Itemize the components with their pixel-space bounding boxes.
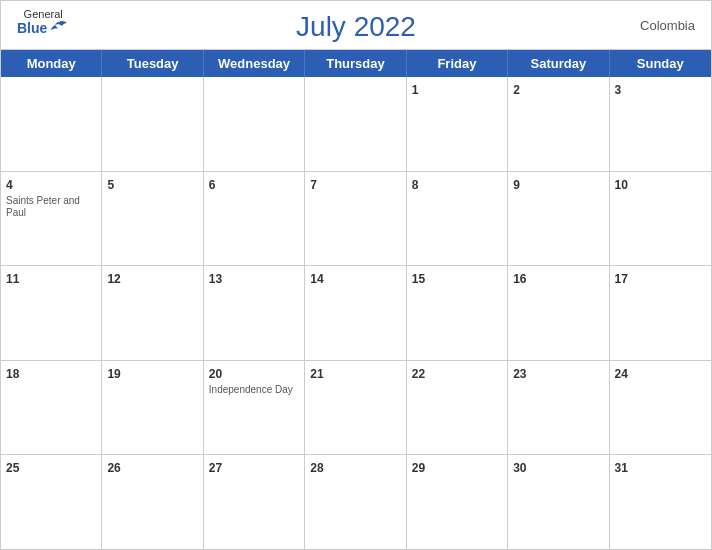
logo-area: General Blue bbox=[17, 9, 69, 36]
day-cell bbox=[305, 77, 406, 171]
day-cell: 20 Independence Day bbox=[204, 361, 305, 455]
day-cell: 16 bbox=[508, 266, 609, 360]
weekday-wednesday: Wednesday bbox=[204, 50, 305, 77]
day-cell: 7 bbox=[305, 172, 406, 266]
week-row-2: 4 Saints Peter and Paul 5 6 7 8 9 10 bbox=[1, 172, 711, 267]
day-cell: 12 bbox=[102, 266, 203, 360]
day-cell: 10 bbox=[610, 172, 711, 266]
day-cell: 1 bbox=[407, 77, 508, 171]
weekday-thursday: Thursday bbox=[305, 50, 406, 77]
day-cell: 26 bbox=[102, 455, 203, 549]
day-cell: 22 bbox=[407, 361, 508, 455]
day-cell: 23 bbox=[508, 361, 609, 455]
day-cell bbox=[204, 77, 305, 171]
calendar-header: General Blue July 2022 Colombia bbox=[1, 1, 711, 49]
country-label: Colombia bbox=[640, 18, 695, 33]
logo-general: General bbox=[24, 9, 63, 20]
weekday-monday: Monday bbox=[1, 50, 102, 77]
weekday-sunday: Sunday bbox=[610, 50, 711, 77]
day-cell: 30 bbox=[508, 455, 609, 549]
week-row-4: 18 19 20 Independence Day 21 22 23 24 bbox=[1, 361, 711, 456]
day-cell: 24 bbox=[610, 361, 711, 455]
day-cell: 15 bbox=[407, 266, 508, 360]
day-cell: 17 bbox=[610, 266, 711, 360]
weekday-friday: Friday bbox=[407, 50, 508, 77]
weekday-saturday: Saturday bbox=[508, 50, 609, 77]
week-row-3: 11 12 13 14 15 16 17 bbox=[1, 266, 711, 361]
week-row-1: 1 2 3 bbox=[1, 77, 711, 172]
logo-bird-icon bbox=[49, 20, 69, 36]
day-cell: 9 bbox=[508, 172, 609, 266]
week-row-5: 25 26 27 28 29 30 31 bbox=[1, 455, 711, 549]
day-cell: 11 bbox=[1, 266, 102, 360]
month-title: July 2022 bbox=[296, 11, 416, 43]
day-cell: 14 bbox=[305, 266, 406, 360]
weeks-container: 1 2 3 4 Saints Peter and Paul 5 6 7 8 9 … bbox=[1, 77, 711, 549]
day-cell: 31 bbox=[610, 455, 711, 549]
day-cell: 28 bbox=[305, 455, 406, 549]
calendar-grid: Monday Tuesday Wednesday Thursday Friday… bbox=[1, 49, 711, 549]
day-cell: 6 bbox=[204, 172, 305, 266]
day-cell: 13 bbox=[204, 266, 305, 360]
day-cell bbox=[102, 77, 203, 171]
day-cell: 3 bbox=[610, 77, 711, 171]
day-cell: 29 bbox=[407, 455, 508, 549]
day-cell: 8 bbox=[407, 172, 508, 266]
day-cell: 2 bbox=[508, 77, 609, 171]
day-cell: 18 bbox=[1, 361, 102, 455]
calendar-container: General Blue July 2022 Colombia Monday T… bbox=[0, 0, 712, 550]
day-cell: 25 bbox=[1, 455, 102, 549]
day-cell: 5 bbox=[102, 172, 203, 266]
day-cell: 27 bbox=[204, 455, 305, 549]
day-cell bbox=[1, 77, 102, 171]
day-cell: 19 bbox=[102, 361, 203, 455]
weekday-tuesday: Tuesday bbox=[102, 50, 203, 77]
day-cell: 4 Saints Peter and Paul bbox=[1, 172, 102, 266]
day-cell: 21 bbox=[305, 361, 406, 455]
logo-blue: Blue bbox=[17, 21, 47, 35]
day-headers: Monday Tuesday Wednesday Thursday Friday… bbox=[1, 50, 711, 77]
